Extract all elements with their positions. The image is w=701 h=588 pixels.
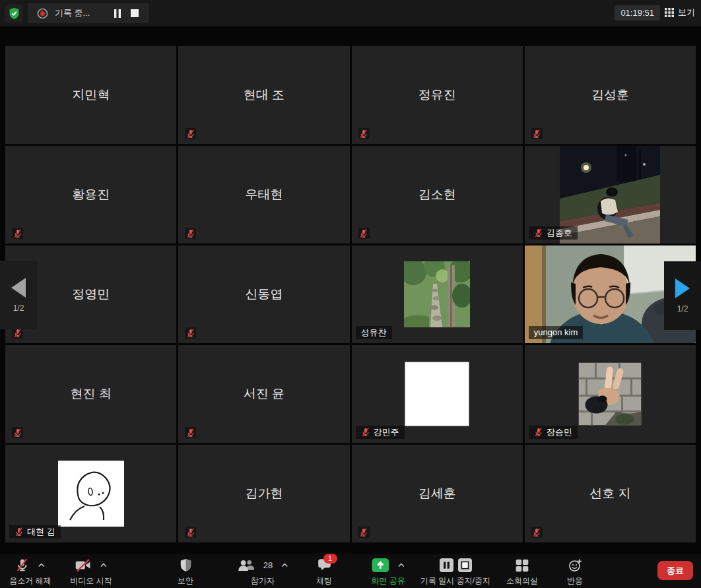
shield-icon [180, 558, 192, 572]
participants-button[interactable]: 28 참가자 [237, 558, 288, 587]
participant-name-tag: 장승민 [529, 426, 578, 439]
security-button[interactable]: 보안 [178, 558, 193, 587]
participant-name: 김종호 [547, 228, 572, 238]
recording-label: 기록 중... [55, 7, 90, 19]
arrow-right-icon [675, 278, 690, 298]
participant-tile[interactable]: 김소현 [352, 146, 523, 244]
participants-label: 참가자 [251, 575, 275, 587]
stop-icon [131, 9, 139, 17]
participant-tile[interactable]: 현진 최 [5, 345, 176, 443]
participant-name: 김가현 [178, 445, 349, 542]
participant-tile[interactable]: 현대 조 [178, 46, 349, 144]
share-screen-button[interactable]: 화면 공유 [371, 558, 405, 587]
recording-stop-button[interactable] [129, 8, 140, 18]
chat-label: 채팅 [316, 575, 332, 587]
participant-avatar-blank [405, 362, 469, 426]
view-label: 보기 [678, 7, 695, 18]
participant-name: 서진 윤 [178, 345, 349, 443]
next-page-button[interactable]: 1/2 [664, 261, 701, 330]
reactions-smiley-icon [568, 558, 582, 572]
page-indicator: 1/2 [677, 304, 688, 313]
participant-name: 선호 지 [525, 445, 696, 542]
mic-muted-icon [531, 128, 543, 139]
participant-tile[interactable]: 장승민 [525, 345, 696, 443]
page-indicator: 1/2 [13, 304, 24, 313]
end-meeting-button[interactable]: 종료 [657, 561, 693, 580]
chat-unread-badge: 1 [323, 554, 337, 564]
breakout-rooms-button[interactable]: 소회의실 [506, 558, 538, 587]
mic-muted-icon [16, 558, 30, 572]
participant-tile[interactable]: 선호 지 [525, 445, 696, 542]
unmute-button[interactable]: 음소거 해제 [9, 558, 51, 587]
chat-button[interactable]: 1 채팅 [316, 558, 332, 587]
participant-tile[interactable]: 김세훈 [352, 445, 523, 542]
participant-avatar-doodle [58, 461, 124, 527]
chevron-up-icon[interactable] [38, 563, 46, 568]
pause-icon [114, 9, 121, 18]
arrow-left-icon [11, 278, 26, 298]
participant-name: 지민혁 [5, 46, 176, 144]
pause-recording-icon[interactable] [439, 558, 453, 572]
participant-tile[interactable]: 우태현 [178, 146, 349, 244]
participant-name: 강민주 [374, 428, 399, 437]
mic-muted-icon [15, 527, 24, 537]
breakout-rooms-icon [516, 559, 529, 572]
reactions-label: 반응 [567, 575, 583, 587]
camera-off-icon [75, 559, 92, 572]
participant-name: 황용진 [5, 146, 176, 244]
participant-tile[interactable]: 대현 김 [5, 445, 176, 542]
participant-name: 장승민 [547, 428, 572, 437]
participant-name-tag: 강민주 [356, 426, 405, 439]
mic-muted-icon [185, 128, 196, 139]
participant-name: 신동엽 [178, 245, 349, 343]
start-video-button[interactable]: 비디오 시작 [70, 558, 112, 587]
participant-photo-hand [579, 363, 642, 426]
mic-muted-icon [185, 427, 196, 438]
participants-icon [237, 560, 255, 571]
mic-muted-icon [12, 228, 23, 239]
participant-name: yungon kim [534, 328, 578, 337]
view-button[interactable]: 보기 [665, 7, 695, 18]
participant-tile[interactable]: 신동엽 [178, 245, 349, 343]
security-shield-badge[interactable] [5, 4, 23, 22]
participant-tile[interactable]: 황용진 [5, 146, 176, 244]
previous-page-button[interactable]: 1/2 [0, 261, 37, 329]
recording-pause-stop-button[interactable]: 기록 일시 중지/중지 [420, 558, 490, 587]
participant-tile[interactable]: 김가현 [178, 445, 349, 542]
participant-photo-forest [404, 261, 470, 327]
reactions-button[interactable]: 반응 [567, 558, 583, 587]
participant-tile[interactable]: 정유진 [352, 46, 523, 144]
start-video-label: 비디오 시작 [70, 575, 112, 587]
participant-tile[interactable]: 강민주 [352, 345, 523, 443]
share-screen-label: 화면 공유 [371, 575, 405, 587]
participant-tile[interactable]: 김종호 [525, 146, 696, 244]
record-dot-icon [37, 8, 48, 19]
participant-tile[interactable]: 지민혁 [5, 46, 176, 144]
mic-muted-icon [185, 228, 196, 239]
chevron-up-icon[interactable] [281, 563, 288, 568]
mic-muted-icon [534, 228, 543, 238]
meeting-timer: 01:19:51 [615, 5, 660, 20]
chevron-up-icon[interactable] [397, 563, 405, 568]
mic-muted-icon [185, 327, 196, 339]
recording-pause-button[interactable] [112, 8, 123, 19]
participant-name: 우태현 [178, 146, 349, 244]
chevron-up-icon[interactable] [100, 563, 108, 568]
participant-name-tag: 성유찬 [356, 326, 392, 339]
shield-check-icon [9, 7, 20, 20]
top-bar: 기록 중... 01:19:51 보기 [0, 0, 701, 26]
participant-tile[interactable]: 성유찬 [352, 245, 523, 343]
participant-name: 김세훈 [352, 445, 523, 542]
unmute-label: 음소거 해제 [9, 575, 51, 587]
participant-tile[interactable]: 서진 윤 [178, 345, 349, 443]
stop-recording-icon[interactable] [457, 558, 471, 572]
participant-name: 현대 조 [178, 46, 349, 144]
recording-indicator: 기록 중... [28, 3, 149, 23]
participant-name: 김소현 [352, 146, 523, 244]
mic-muted-icon [534, 428, 543, 437]
share-screen-icon [372, 558, 389, 572]
participant-tile[interactable]: 김성훈 [525, 46, 696, 144]
participant-name: 대현 김 [27, 527, 55, 537]
breakout-rooms-label: 소회의실 [506, 575, 538, 587]
participant-name: 김성훈 [525, 46, 696, 144]
